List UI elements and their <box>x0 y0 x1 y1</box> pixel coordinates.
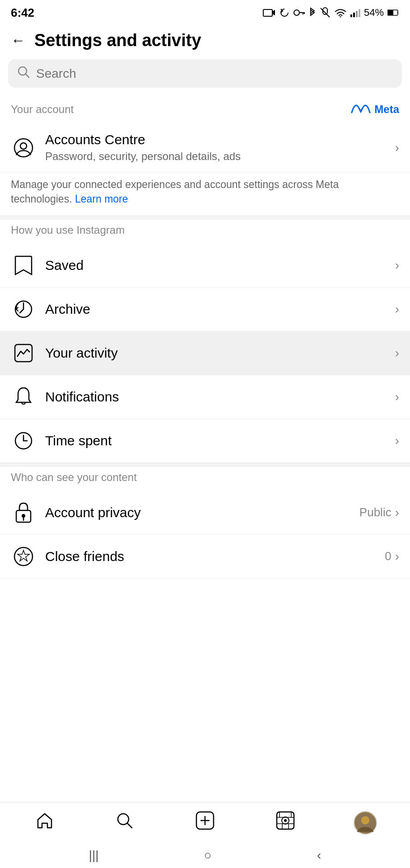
who-can-see-section-header: Who can see your content <box>0 467 410 491</box>
page-header: ← Settings and activity <box>0 24 410 59</box>
time-spent-content: Time spent <box>45 433 395 448</box>
how-you-use-section-header: How you use Instagram <box>0 219 410 244</box>
svg-rect-0 <box>263 9 272 16</box>
back-button[interactable]: ← <box>11 32 25 49</box>
search-icon <box>17 66 30 81</box>
account-privacy-icon <box>11 500 36 525</box>
svg-rect-13 <box>388 10 393 15</box>
bluetooth-icon <box>309 7 316 18</box>
accounts-centre-chevron: › <box>395 141 399 155</box>
svg-line-29 <box>127 823 132 828</box>
time-spent-title: Time spent <box>45 433 395 448</box>
close-friends-item[interactable]: Close friends 0 › <box>0 535 410 579</box>
meta-label: Meta <box>374 103 399 116</box>
your-activity-icon <box>11 340 36 366</box>
close-friends-content: Close friends <box>45 549 385 564</box>
archive-content: Archive <box>45 302 395 317</box>
sys-back-btn[interactable]: ‹ <box>317 848 321 863</box>
learn-more-link[interactable]: Learn more <box>75 193 128 205</box>
search-nav-icon <box>116 811 134 834</box>
account-privacy-title: Account privacy <box>45 505 359 520</box>
search-bar[interactable] <box>8 59 402 88</box>
refresh-icon <box>279 7 290 18</box>
search-container <box>0 59 410 99</box>
your-activity-item[interactable]: Your activity › <box>0 331 410 375</box>
notifications-content: Notifications <box>45 389 395 405</box>
time-spent-icon <box>11 428 36 453</box>
close-friends-icon <box>11 544 36 569</box>
archive-item[interactable]: Archive › <box>0 288 410 331</box>
chevron-icon: › <box>395 346 399 360</box>
create-icon <box>196 811 214 834</box>
accounts-centre-title: Accounts Centre <box>45 132 395 147</box>
svg-point-2 <box>294 10 299 15</box>
saved-chevron: › <box>395 258 399 273</box>
time-spent-item[interactable]: Time spent › <box>0 419 410 463</box>
nav-home[interactable] <box>5 802 85 843</box>
nav-create[interactable] <box>165 802 245 843</box>
account-privacy-badge: Public <box>359 505 391 519</box>
saved-item[interactable]: Saved › <box>0 244 410 288</box>
svg-rect-11 <box>359 9 360 17</box>
chevron-icon: › <box>395 141 399 155</box>
wifi-icon <box>334 8 347 17</box>
sys-home-btn[interactable]: ○ <box>204 848 212 863</box>
close-friends-title: Close friends <box>45 549 385 564</box>
accounts-centre-item[interactable]: Accounts Centre Password, security, pers… <box>0 123 410 173</box>
key-icon <box>294 9 305 16</box>
page-title: Settings and activity <box>34 31 201 50</box>
nav-reels[interactable] <box>245 802 326 843</box>
your-activity-title: Your activity <box>45 345 395 361</box>
sys-menu-btn[interactable]: ||| <box>89 848 99 863</box>
who-can-see-title: Who can see your content <box>11 471 137 484</box>
your-activity-chevron: › <box>395 346 399 360</box>
how-you-use-title: How you use Instagram <box>11 224 125 236</box>
svg-point-35 <box>284 819 287 822</box>
battery-icon <box>387 9 399 16</box>
notifications-item[interactable]: Notifications › <box>0 375 410 419</box>
archive-chevron: › <box>395 302 399 316</box>
search-input[interactable] <box>36 66 393 81</box>
time-spent-chevron: › <box>395 434 399 448</box>
reels-icon <box>276 811 295 834</box>
nav-profile[interactable] <box>325 802 405 843</box>
svg-point-17 <box>20 143 27 149</box>
mute-icon <box>320 7 331 18</box>
svg-rect-10 <box>356 11 358 17</box>
svg-point-43 <box>361 816 369 824</box>
svg-point-7 <box>340 16 341 17</box>
close-friends-badge: 0 <box>385 549 391 563</box>
accounts-centre-subtitle: Password, security, personal details, ad… <box>45 149 395 163</box>
status-icons: 54% <box>263 7 399 19</box>
saved-title: Saved <box>45 258 395 273</box>
accounts-centre-info: Manage your connected experiences and ac… <box>0 173 410 215</box>
chevron-icon: › <box>395 390 399 404</box>
your-account-title: Your account <box>11 103 74 116</box>
saved-content: Saved <box>45 258 395 273</box>
svg-marker-27 <box>18 550 29 561</box>
profile-avatar <box>354 811 377 835</box>
notifications-title: Notifications <box>45 389 395 405</box>
status-bar: 6:42 <box>0 0 410 24</box>
your-activity-content: Your activity <box>45 345 395 361</box>
nav-search[interactable] <box>85 802 165 843</box>
notifications-icon <box>11 384 36 410</box>
accounts-centre-content: Accounts Centre Password, security, pers… <box>45 132 395 163</box>
account-privacy-right: Public › <box>359 505 399 520</box>
chevron-icon: › <box>395 302 399 316</box>
svg-line-6 <box>321 8 330 17</box>
archive-title: Archive <box>45 302 395 317</box>
close-friends-right: 0 › <box>385 549 399 564</box>
account-privacy-content: Account privacy <box>45 505 359 520</box>
account-privacy-item[interactable]: Account privacy Public › <box>0 491 410 535</box>
meta-symbol <box>351 104 371 115</box>
accounts-centre-icon <box>11 135 36 160</box>
svg-rect-8 <box>350 14 352 17</box>
signal-icon <box>350 8 360 17</box>
chevron-icon: › <box>395 434 399 448</box>
home-icon <box>36 811 54 834</box>
section-divider-1 <box>0 216 410 219</box>
archive-icon <box>11 297 36 322</box>
svg-line-15 <box>26 74 29 77</box>
your-account-section-header: Your account Meta <box>0 99 410 123</box>
